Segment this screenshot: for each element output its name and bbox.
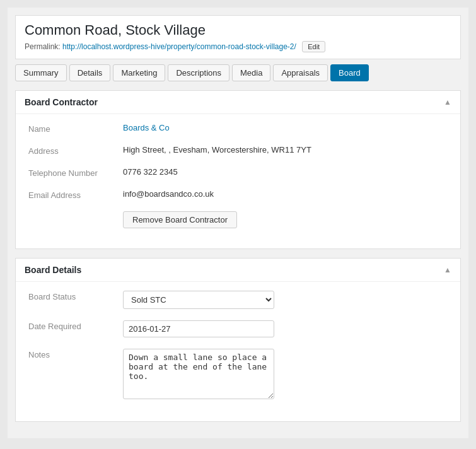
tab-summary[interactable]: Summary <box>15 64 67 81</box>
tab-marketing[interactable]: Marketing <box>113 64 165 81</box>
edit-button[interactable]: Edit <box>302 41 325 52</box>
board-contractor-body: Name Boards & Co Address High Street, , … <box>16 114 460 248</box>
email-value: info@boardsandco.co.uk <box>123 189 214 199</box>
tab-details[interactable]: Details <box>69 64 111 81</box>
board-status-row: Board Status Sold STC <box>28 291 448 309</box>
name-value: Boards & Co <box>123 123 170 132</box>
notes-row: Notes <box>28 349 448 401</box>
address-value: High Street, , Evesham, Worcestershire, … <box>123 145 311 155</box>
telephone-label: Telephone Number <box>28 167 123 178</box>
date-required-label: Date Required <box>28 320 123 331</box>
page-title: Common Road, Stock Village <box>25 22 451 38</box>
tab-media[interactable]: Media <box>232 64 270 81</box>
remove-spacer <box>28 211 123 213</box>
board-status-value: Sold STC <box>123 291 274 309</box>
tab-appraisals[interactable]: Appraisals <box>273 64 328 81</box>
date-required-input[interactable] <box>123 320 274 337</box>
tabs-row: SummaryDetailsMarketingDescriptionsMedia… <box>15 64 461 81</box>
remove-board-contractor-button[interactable]: Remove Board Contractor <box>123 211 237 228</box>
date-required-value <box>123 320 274 337</box>
board-details-collapse-icon[interactable]: ▲ <box>444 265 451 274</box>
address-row: Address High Street, , Evesham, Worceste… <box>28 145 448 156</box>
collapse-icon[interactable]: ▲ <box>444 98 451 107</box>
board-status-select[interactable]: Sold STC <box>123 291 274 309</box>
board-contractor-header: Board Contractor ▲ <box>16 91 460 114</box>
remove-row: Remove Board Contractor <box>28 211 448 228</box>
permalink-row: Permalink: http://localhost.wordpress-hi… <box>25 41 451 52</box>
email-row: Email Address info@boardsandco.co.uk <box>28 189 448 200</box>
name-label: Name <box>28 123 123 134</box>
name-link[interactable]: Boards & Co <box>123 123 170 132</box>
name-row: Name Boards & Co <box>28 123 448 134</box>
notes-value <box>123 349 274 401</box>
board-contractor-section: Board Contractor ▲ Name Boards & Co Addr… <box>15 90 461 249</box>
board-details-section: Board Details ▲ Board Status Sold STC Da… <box>15 258 461 422</box>
notes-textarea[interactable] <box>123 349 274 399</box>
address-label: Address <box>28 145 123 156</box>
board-status-label: Board Status <box>28 291 123 301</box>
notes-label: Notes <box>28 349 123 359</box>
telephone-row: Telephone Number 0776 322 2345 <box>28 167 448 178</box>
email-label: Email Address <box>28 189 123 200</box>
telephone-value: 0776 322 2345 <box>123 167 178 177</box>
tab-board[interactable]: Board <box>330 64 369 81</box>
tab-descriptions[interactable]: Descriptions <box>168 64 229 81</box>
permalink-label: Permalink: <box>25 42 61 51</box>
date-required-row: Date Required <box>28 320 448 337</box>
board-details-body: Board Status Sold STC Date Required Note… <box>16 282 460 421</box>
permalink-link[interactable]: http://localhost.wordpress-hive/property… <box>62 42 296 51</box>
board-contractor-title: Board Contractor <box>25 97 98 107</box>
board-details-title: Board Details <box>25 265 81 275</box>
board-details-header: Board Details ▲ <box>16 259 460 282</box>
